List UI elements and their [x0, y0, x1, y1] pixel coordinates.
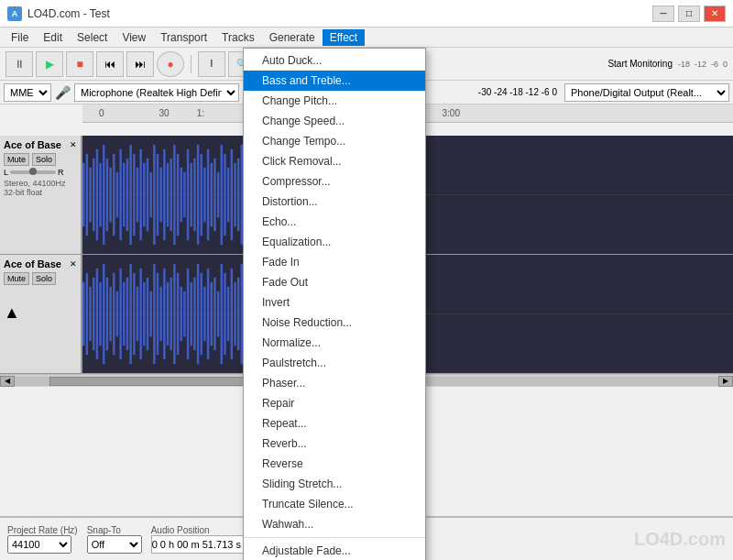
- effect-reverb[interactable]: Reverb...: [244, 434, 425, 454]
- effect-wahwah[interactable]: Wahwah...: [244, 514, 425, 534]
- svg-rect-10: [109, 168, 111, 223]
- svg-rect-16: [129, 145, 131, 245]
- track1-info: Stereo, 44100Hz: [4, 179, 77, 188]
- svg-rect-105: [116, 291, 118, 337]
- svg-rect-138: [227, 287, 229, 342]
- microphone-icon: 🎤: [55, 85, 71, 100]
- effect-repair[interactable]: Repair: [244, 393, 425, 413]
- project-rate-select[interactable]: 44100: [7, 535, 71, 554]
- svg-rect-131: [203, 287, 205, 342]
- skip-end-button[interactable]: ⏭: [126, 51, 154, 77]
- menu-edit[interactable]: Edit: [36, 29, 70, 46]
- snap-to-select[interactable]: Off: [87, 535, 142, 554]
- effect-fade-out[interactable]: Fade Out: [244, 272, 425, 292]
- select-tool[interactable]: I: [198, 51, 225, 77]
- effect-noise-reduction[interactable]: Noise Reduction...: [244, 313, 425, 333]
- menu-file[interactable]: File: [4, 29, 36, 46]
- menu-effect[interactable]: Effect: [323, 29, 365, 46]
- svg-rect-102: [106, 278, 108, 350]
- record-button[interactable]: ●: [157, 51, 184, 77]
- track1-pan-slider[interactable]: [10, 170, 56, 174]
- svg-rect-108: [126, 278, 128, 350]
- effect-change-tempo[interactable]: Change Tempo...: [244, 131, 425, 151]
- effect-adjustable-fade[interactable]: Adjustable Fade...: [244, 541, 425, 560]
- scroll-thumb[interactable]: [49, 377, 260, 386]
- svg-rect-3: [86, 154, 88, 236]
- start-monitoring-label: Start Monitoring: [607, 59, 673, 69]
- effect-equalization[interactable]: Equalization...: [244, 232, 425, 252]
- track1-solo[interactable]: Solo: [32, 153, 56, 166]
- menu-generate[interactable]: Generate: [262, 29, 323, 46]
- effect-normalize[interactable]: Normalize...: [244, 333, 425, 353]
- track1-close[interactable]: ✕: [70, 140, 77, 149]
- svg-rect-29: [173, 145, 175, 245]
- svg-rect-37: [201, 154, 202, 236]
- svg-rect-116: [153, 264, 155, 364]
- track1-pan-l: L: [4, 168, 8, 177]
- svg-rect-126: [187, 269, 189, 359]
- svg-rect-137: [224, 273, 225, 355]
- effect-echo[interactable]: Echo...: [244, 212, 425, 232]
- effect-paulstretch[interactable]: Paulstretch...: [244, 353, 425, 373]
- svg-rect-22: [149, 172, 151, 218]
- effect-bass-treble[interactable]: Bass and Treble...: [244, 71, 425, 91]
- menu-view[interactable]: View: [115, 29, 153, 46]
- track2-solo[interactable]: Solo: [32, 272, 56, 285]
- effect-change-speed[interactable]: Change Speed...: [244, 111, 425, 131]
- svg-rect-24: [157, 154, 159, 236]
- svg-rect-118: [159, 287, 161, 342]
- track1-mute[interactable]: Mute: [4, 153, 29, 166]
- svg-rect-41: [213, 159, 215, 231]
- track2-mute[interactable]: Mute: [4, 272, 29, 285]
- effect-change-pitch[interactable]: Change Pitch...: [244, 91, 425, 111]
- effect-truncate-silence[interactable]: Truncate Silence...: [244, 494, 425, 514]
- device-select[interactable]: MME: [4, 83, 51, 102]
- scroll-right-button[interactable]: ▶: [718, 376, 733, 387]
- minimize-button[interactable]: ─: [652, 5, 674, 22]
- svg-rect-15: [126, 159, 128, 231]
- effect-invert[interactable]: Invert: [244, 292, 425, 313]
- effect-sliding-stretch[interactable]: Sliding Stretch...: [244, 474, 425, 494]
- track1-name: Ace of Base: [4, 139, 61, 150]
- effect-fade-in[interactable]: Fade In: [244, 252, 425, 272]
- maximize-button[interactable]: □: [678, 5, 700, 22]
- svg-rect-128: [193, 278, 195, 350]
- track2-expand-button[interactable]: ▲: [4, 303, 20, 323]
- svg-rect-125: [183, 291, 185, 337]
- menu-transport[interactable]: Transport: [153, 29, 214, 46]
- svg-rect-30: [177, 154, 179, 236]
- effect-reverse[interactable]: Reverse: [244, 454, 425, 474]
- svg-rect-129: [197, 264, 199, 364]
- track1-pan-thumb: [29, 168, 37, 175]
- effect-distortion[interactable]: Distortion...: [244, 192, 425, 212]
- play-button[interactable]: ▶: [36, 51, 63, 77]
- svg-rect-35: [193, 159, 195, 231]
- svg-rect-11: [113, 154, 115, 236]
- svg-rect-101: [103, 264, 104, 364]
- svg-rect-127: [191, 282, 192, 346]
- pause-button[interactable]: ⏸: [5, 51, 33, 77]
- effect-repeat[interactable]: Repeat...: [244, 413, 425, 434]
- menu-tracks[interactable]: Tracks: [214, 29, 262, 46]
- svg-rect-46: [231, 149, 233, 240]
- scroll-left-button[interactable]: ◀: [0, 376, 15, 387]
- input-device-select[interactable]: Microphone (Realtek High Defin...: [74, 83, 239, 102]
- skip-start-button[interactable]: ⏮: [96, 51, 124, 77]
- output-device-select[interactable]: Phone/Digital Output (Realt...: [564, 83, 729, 102]
- title-bar: A LO4D.com - Test ─ □ ✕: [0, 0, 733, 27]
- svg-rect-40: [211, 163, 213, 226]
- menu-select[interactable]: Select: [70, 29, 115, 46]
- effect-auto-duck[interactable]: Auto Duck...: [244, 50, 425, 71]
- effect-phaser[interactable]: Phaser...: [244, 373, 425, 393]
- menu-bar: File Edit Select View Transport Tracks G…: [0, 27, 733, 48]
- track2-close[interactable]: ✕: [70, 259, 77, 269]
- close-button[interactable]: ✕: [704, 5, 726, 22]
- svg-rect-5: [93, 159, 94, 231]
- svg-rect-27: [167, 163, 169, 226]
- svg-rect-130: [201, 273, 202, 355]
- effect-compressor[interactable]: Compressor...: [244, 171, 425, 192]
- stop-button[interactable]: ■: [66, 51, 93, 77]
- toolbar-separator: [191, 55, 191, 73]
- svg-rect-109: [129, 264, 131, 364]
- effect-click-removal[interactable]: Click Removal...: [244, 151, 425, 171]
